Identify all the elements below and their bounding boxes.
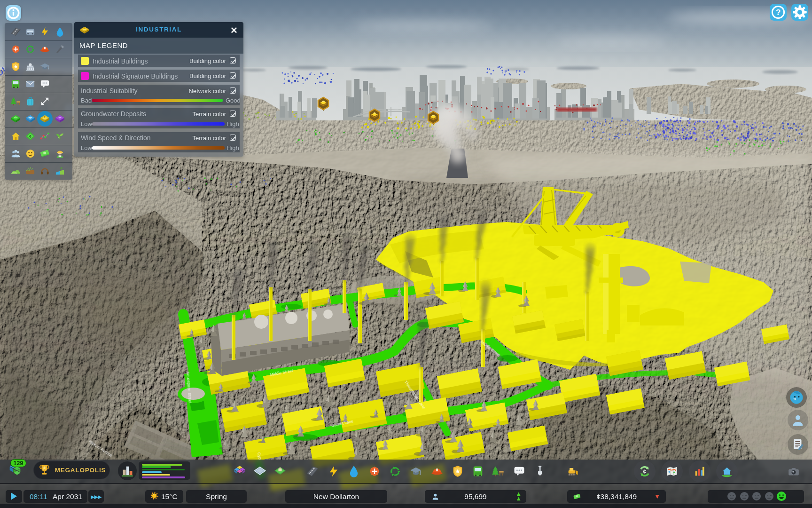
svg-text:¢: ¢ (643, 468, 646, 475)
svg-text:?: ? (776, 8, 781, 17)
svg-text:¢: ¢ (29, 134, 31, 139)
